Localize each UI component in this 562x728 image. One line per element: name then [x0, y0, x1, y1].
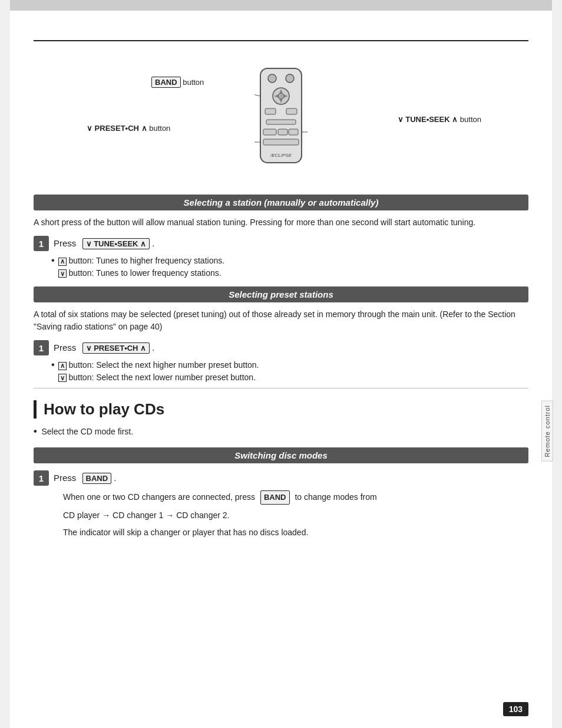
detail-band-btn: BAND: [260, 490, 290, 505]
page-number: 103: [503, 702, 528, 716]
section1-step1-text: Press ∨ TUNE•SEEK ∧ .: [54, 238, 154, 249]
svg-rect-14: [289, 129, 298, 135]
band-suffix: button: [183, 78, 204, 87]
section2-step1: 1 Press ∨ PRESET•CH ∧ .: [34, 340, 528, 355]
section3-intro-text: Select the CD mode first.: [42, 427, 134, 436]
up-sym-1: ∧: [58, 258, 67, 266]
tune-seek-suffix: button: [460, 115, 481, 124]
band-annotation: BAND button: [151, 77, 204, 88]
band-label: BAND: [151, 77, 181, 88]
section1-bullet-2: • ∨ button: Tunes to lower frequency sta…: [51, 268, 528, 278]
section2-step1-prefix: Press: [54, 342, 76, 353]
section2-preset-btn: ∨ PRESET•CH ∧: [82, 342, 150, 354]
section1-step1-suffix: .: [152, 238, 154, 248]
top-bar: [10, 0, 552, 11]
section2-step1-text: Press ∨ PRESET•CH ∧ .: [54, 342, 154, 354]
svg-rect-10: [286, 108, 297, 114]
svg-point-1: [268, 74, 276, 83]
down-sym-2: ∨: [58, 374, 67, 382]
step2-badge: 1: [34, 340, 49, 355]
svg-point-8: [278, 93, 284, 99]
tune-seek-label: ∨ TUNE•SEEK ∧: [398, 115, 458, 124]
section2-bullet-2: • ∨ button: Select the next lower number…: [51, 373, 528, 382]
preset-ch-suffix: button: [149, 124, 170, 133]
section3-step1-prefix: Press: [54, 473, 76, 483]
section2-body: A total of six stations may be selected …: [34, 308, 528, 333]
section1-step1-prefix: Press: [54, 238, 76, 248]
section2-header: Selecting preset stations: [34, 286, 528, 302]
divider-1: [34, 388, 528, 388]
section3-detail-line1: When one or two CD changers are connecte…: [63, 490, 528, 505]
section2-step1-suffix: .: [152, 342, 154, 353]
section3-detail: When one or two CD changers are connecte…: [63, 490, 528, 539]
section3-step1-suffix: .: [114, 473, 116, 483]
section1-bullets: • ∧ button: Tunes to higher frequency st…: [51, 256, 528, 278]
section1-step1: 1 Press ∨ TUNE•SEEK ∧ .: [34, 236, 528, 251]
svg-text:/ECLIPSE: /ECLIPSE: [270, 153, 292, 158]
down-sym-1: ∨: [58, 269, 67, 278]
detail-suffix: to change modes from: [295, 492, 376, 502]
section3-step1-text: Press BAND .: [54, 473, 116, 484]
svg-line-17: [254, 88, 260, 96]
section1-bullet-2-text: button: Tunes to lower frequency station…: [69, 268, 222, 278]
page-container: BAND button ∨ PRESET•CH ∧ button: [10, 0, 552, 728]
section2-bullets: • ∧ button: Select the next higher numbe…: [51, 360, 528, 382]
svg-rect-9: [265, 108, 276, 114]
preset-ch-label: ∨ PRESET•CH ∧: [87, 124, 147, 133]
main-heading: How to play CDs: [34, 400, 528, 419]
step3-badge: 1: [34, 470, 49, 486]
svg-rect-11: [266, 120, 296, 124]
section3-detail-line3: The indicator will skip a changer or pla…: [63, 526, 528, 539]
step1-badge: 1: [34, 236, 49, 251]
up-sym-2: ∧: [58, 362, 67, 370]
svg-point-2: [286, 74, 294, 83]
section3-step1: 1 Press BAND .: [34, 470, 528, 486]
preset-ch-annotation: ∨ PRESET•CH ∧ button: [87, 124, 170, 133]
section2-bullet-2-text: button: Select the next lower number pre…: [69, 373, 256, 382]
side-label: Remote control: [541, 401, 553, 462]
section3-sub-header: Switching disc modes: [34, 447, 528, 463]
svg-rect-13: [278, 129, 287, 135]
detail-prefix: When one or two CD changers are connecte…: [63, 492, 255, 502]
section1-tune-seek-btn: ∨ TUNE•SEEK ∧: [82, 238, 150, 249]
section2-bullet-1-text: button: Select the next higher number pr…: [69, 360, 259, 370]
section3-band-btn: BAND: [82, 473, 112, 484]
section1-body: A short press of the button will allow m…: [34, 216, 528, 229]
section1-bullet-1-text: button: Tunes to higher frequency statio…: [69, 256, 225, 265]
svg-rect-15: [263, 139, 299, 145]
section1-header: Selecting a station (manually or automat…: [34, 195, 528, 210]
section3-intro: • Select the CD mode first.: [34, 424, 528, 439]
section3-detail-line2: CD player → CD changer 1 → CD changer 2.: [63, 509, 528, 522]
remote-svg: /ECLIPSE: [254, 65, 308, 169]
section1-bullet-1: • ∧ button: Tunes to higher frequency st…: [51, 256, 528, 266]
svg-rect-12: [263, 129, 276, 135]
top-rule: [34, 40, 528, 41]
section2-bullet-1: • ∧ button: Select the next higher numbe…: [51, 360, 528, 370]
tune-seek-annotation: ∨ TUNE•SEEK ∧ button: [398, 115, 481, 124]
diagram-area: BAND button ∨ PRESET•CH ∧ button: [34, 53, 528, 183]
svg-rect-0: [260, 68, 302, 163]
